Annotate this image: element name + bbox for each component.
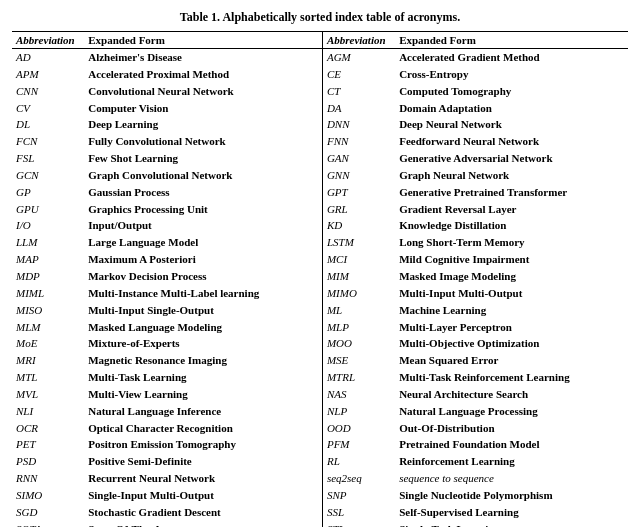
abbr-left: NLI bbox=[12, 403, 84, 420]
abbr-right: LSTM bbox=[322, 234, 395, 251]
expanded-right: sequence to sequence bbox=[395, 470, 628, 487]
abbr-right: AGM bbox=[322, 49, 395, 66]
abbr-right: CE bbox=[322, 66, 395, 83]
expanded-right: Graph Neural Network bbox=[395, 167, 628, 184]
abbr-left: PET bbox=[12, 436, 84, 453]
expanded-left: Optical Character Recognition bbox=[84, 420, 322, 437]
expanded-left: Alzheimer's Disease bbox=[84, 49, 322, 66]
expanded-left: Deep Learning bbox=[84, 116, 322, 133]
table-row: SIMOSingle-Input Multi-OutputSNPSingle N… bbox=[12, 487, 628, 504]
abbr-left: PSD bbox=[12, 453, 84, 470]
expanded-left: Positron Emission Tomography bbox=[84, 436, 322, 453]
expanded-left: Fully Convolutional Network bbox=[84, 133, 322, 150]
expanded-right: Long Short-Term Memory bbox=[395, 234, 628, 251]
table-row: MRIMagnetic Resonance ImagingMSEMean Squ… bbox=[12, 352, 628, 369]
expanded-right: Out-Of-Distribution bbox=[395, 420, 628, 437]
acronym-table: Abbreviation Expanded Form Abbreviation … bbox=[12, 31, 628, 527]
abbr-left: MIML bbox=[12, 285, 84, 302]
abbr-right: MSE bbox=[322, 352, 395, 369]
abbr-right: OOD bbox=[322, 420, 395, 437]
expanded-left: Gaussian Process bbox=[84, 184, 322, 201]
abbr-left: MDP bbox=[12, 268, 84, 285]
abbr-right: seq2seq bbox=[322, 470, 395, 487]
abbr-left: DL bbox=[12, 116, 84, 133]
abbr-left: MTL bbox=[12, 369, 84, 386]
abbr-left: OCR bbox=[12, 420, 84, 437]
expanded-right: Cross-Entropy bbox=[395, 66, 628, 83]
expanded-left: Large Language Model bbox=[84, 234, 322, 251]
table-row: CVComputer VisionDADomain Adaptation bbox=[12, 100, 628, 117]
expanded-right: Accelerated Gradient Method bbox=[395, 49, 628, 66]
expanded-left: Multi-Instance Multi-Label learning bbox=[84, 285, 322, 302]
table-row: MVLMulti-View LearningNASNeural Architec… bbox=[12, 386, 628, 403]
abbr-right: MCI bbox=[322, 251, 395, 268]
table-row: GPUGraphics Processing UnitGRLGradient R… bbox=[12, 201, 628, 218]
expanded-left: Computer Vision bbox=[84, 100, 322, 117]
abbr-right: GNN bbox=[322, 167, 395, 184]
expanded-left: Multi-Task Learning bbox=[84, 369, 322, 386]
abbr-left: SOTA bbox=[12, 521, 84, 527]
abbr-left: MAP bbox=[12, 251, 84, 268]
expanded-right: Machine Learning bbox=[395, 302, 628, 319]
abbr-right: MTRL bbox=[322, 369, 395, 386]
expanded-right: Knowledge Distillation bbox=[395, 217, 628, 234]
table-row: SGDStochastic Gradient DescentSSLSelf-Su… bbox=[12, 504, 628, 521]
expanded-right: Multi-Task Reinforcement Learning bbox=[395, 369, 628, 386]
table-row: OCROptical Character RecognitionOODOut-O… bbox=[12, 420, 628, 437]
expanded-left: Few Shot Learning bbox=[84, 150, 322, 167]
abbr-right: MOO bbox=[322, 335, 395, 352]
table-row: PETPositron Emission TomographyPFMPretra… bbox=[12, 436, 628, 453]
expanded-right: Mild Cognitive Impairment bbox=[395, 251, 628, 268]
abbr-left: CNN bbox=[12, 83, 84, 100]
abbr-left: FSL bbox=[12, 150, 84, 167]
abbr-left: CV bbox=[12, 100, 84, 117]
header-abbr2: Abbreviation bbox=[322, 32, 395, 49]
expanded-right: Self-Supervised Learning bbox=[395, 504, 628, 521]
expanded-left: Natural Language Inference bbox=[84, 403, 322, 420]
abbr-left: GCN bbox=[12, 167, 84, 184]
expanded-right: Multi-Objective Optimization bbox=[395, 335, 628, 352]
abbr-left: GP bbox=[12, 184, 84, 201]
expanded-right: Reinforcement Learning bbox=[395, 453, 628, 470]
expanded-right: Mean Squared Error bbox=[395, 352, 628, 369]
abbr-right: FNN bbox=[322, 133, 395, 150]
abbr-right: SSL bbox=[322, 504, 395, 521]
expanded-left: Masked Language Modeling bbox=[84, 319, 322, 336]
table-row: DLDeep LearningDNNDeep Neural Network bbox=[12, 116, 628, 133]
abbr-right: SNP bbox=[322, 487, 395, 504]
expanded-left: Graph Convolutional Network bbox=[84, 167, 322, 184]
table-row: MAPMaximum A PosterioriMCIMild Cognitive… bbox=[12, 251, 628, 268]
table-row: SOTAState-Of-The-ArtSTLSingle-Task Learn… bbox=[12, 521, 628, 527]
table-row: RNNRecurrent Neural Networkseq2seqsequen… bbox=[12, 470, 628, 487]
abbr-right: NLP bbox=[322, 403, 395, 420]
abbr-right: MIM bbox=[322, 268, 395, 285]
abbr-right: MLP bbox=[322, 319, 395, 336]
expanded-left: Mixture-of-Experts bbox=[84, 335, 322, 352]
abbr-left: SIMO bbox=[12, 487, 84, 504]
expanded-right: Pretrained Foundation Model bbox=[395, 436, 628, 453]
expanded-left: Multi-Input Single-Output bbox=[84, 302, 322, 319]
abbr-left: I/O bbox=[12, 217, 84, 234]
expanded-right: Generative Adversarial Network bbox=[395, 150, 628, 167]
abbr-left: LLM bbox=[12, 234, 84, 251]
table-row: PSDPositive Semi-DefiniteRLReinforcement… bbox=[12, 453, 628, 470]
abbr-right: PFM bbox=[322, 436, 395, 453]
expanded-left: Maximum A Posteriori bbox=[84, 251, 322, 268]
expanded-left: Stochastic Gradient Descent bbox=[84, 504, 322, 521]
expanded-right: Deep Neural Network bbox=[395, 116, 628, 133]
expanded-left: Markov Decision Process bbox=[84, 268, 322, 285]
expanded-right: Single Nucleotide Polymorphism bbox=[395, 487, 628, 504]
table-row: MTLMulti-Task LearningMTRLMulti-Task Rei… bbox=[12, 369, 628, 386]
abbr-right: DA bbox=[322, 100, 395, 117]
header-abbr1: Abbreviation bbox=[12, 32, 84, 49]
abbr-left: MVL bbox=[12, 386, 84, 403]
expanded-right: Multi-Input Multi-Output bbox=[395, 285, 628, 302]
table-row: I/OInput/OutputKDKnowledge Distillation bbox=[12, 217, 628, 234]
abbr-right: MIMO bbox=[322, 285, 395, 302]
expanded-right: Multi-Layer Perceptron bbox=[395, 319, 628, 336]
expanded-left: Input/Output bbox=[84, 217, 322, 234]
expanded-left: Recurrent Neural Network bbox=[84, 470, 322, 487]
table-row: MISOMulti-Input Single-OutputMLMachine L… bbox=[12, 302, 628, 319]
expanded-right: Natural Language Processing bbox=[395, 403, 628, 420]
table-row: FSLFew Shot LearningGANGenerative Advers… bbox=[12, 150, 628, 167]
